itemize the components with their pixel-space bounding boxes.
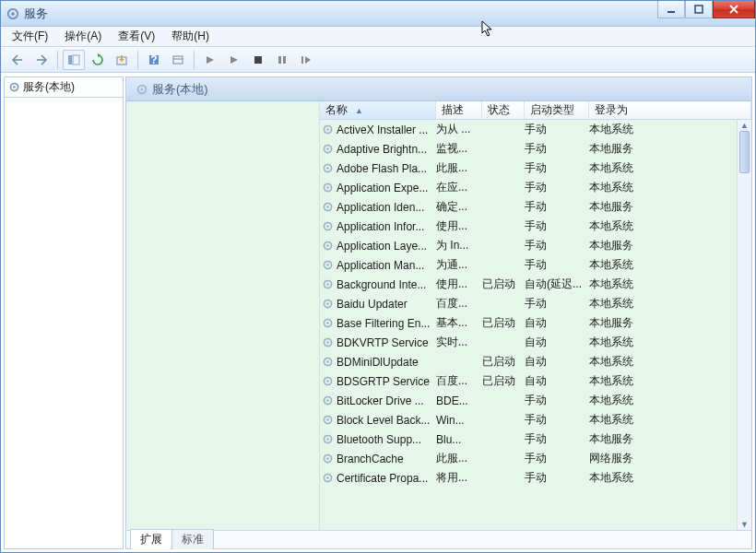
service-logon-as: 本地系统	[589, 393, 751, 408]
service-startup-type: 手动	[525, 257, 589, 273]
service-logon-as: 本地系统	[589, 160, 751, 176]
service-row[interactable]: Bluetooth Supp...Blu...手动本地服务	[320, 429, 751, 449]
menubar: 文件(F) 操作(A) 查看(V) 帮助(H)	[1, 27, 755, 47]
service-name: BranchCache	[337, 453, 436, 465]
gear-icon	[136, 83, 148, 96]
service-row[interactable]: Base Filtering En...基本...已启动自动本地服务	[320, 313, 751, 333]
help-button[interactable]: ?	[143, 50, 165, 70]
service-row[interactable]: Application Iden...确定...手动本地服务	[320, 197, 751, 217]
service-description: 为从 ...	[436, 122, 482, 137]
svg-point-26	[326, 186, 328, 188]
export-button[interactable]	[111, 50, 133, 70]
service-description: 此服...	[436, 160, 482, 176]
menu-file[interactable]: 文件(F)	[8, 27, 52, 46]
tree-node-label: 服务(本地)	[23, 79, 75, 95]
service-status: 已启动	[482, 276, 525, 292]
service-description: 使用...	[436, 218, 482, 234]
vertical-scrollbar[interactable]: ▲ ▼	[737, 120, 751, 530]
svg-rect-9	[173, 56, 183, 64]
right-header: 服务(本地)	[126, 77, 751, 101]
menu-action[interactable]: 操作(A)	[61, 27, 105, 46]
service-logon-as: 本地服务	[589, 315, 751, 331]
service-row[interactable]: Certificate Propa...将用...手动本地系统	[320, 468, 751, 488]
scroll-down-button[interactable]: ▼	[738, 519, 751, 530]
service-row[interactable]: BDSGRTP Service百度...已启动自动本地系统	[320, 371, 751, 391]
service-row[interactable]: Adaptive Brightn...监视...手动本地服务	[320, 139, 751, 159]
refresh-button[interactable]	[87, 50, 109, 70]
service-row[interactable]: ActiveX Installer ...为从 ...手动本地系统	[320, 120, 751, 139]
service-startup-type: 自动(延迟...	[525, 276, 589, 292]
maximize-button[interactable]	[685, 1, 713, 18]
close-button[interactable]	[713, 1, 755, 18]
service-row[interactable]: Block Level Back...Win...手动本地系统	[320, 410, 751, 429]
service-row[interactable]: Background Inte...使用...已启动自动(延迟...本地系统	[320, 275, 751, 294]
forward-button[interactable]	[30, 50, 53, 70]
show-hide-tree-button[interactable]	[63, 50, 85, 70]
service-logon-as: 本地系统	[589, 180, 751, 195]
titlebar[interactable]: 服务	[1, 1, 755, 27]
svg-point-38	[326, 302, 328, 304]
service-description: 基本...	[436, 315, 482, 331]
service-name: Application Laye...	[337, 240, 436, 253]
service-logon-as: 本地服务	[589, 141, 751, 157]
svg-point-18	[141, 88, 144, 90]
service-row[interactable]: BDMiniDlUpdate已启动自动本地系统	[320, 352, 751, 371]
service-description: 为 In...	[436, 238, 482, 253]
gear-icon	[322, 278, 334, 290]
column-name[interactable]: 名称▲	[320, 101, 436, 119]
service-description: BDE...	[436, 394, 482, 407]
pause-service-button[interactable]	[271, 50, 293, 70]
menu-help[interactable]: 帮助(H)	[168, 27, 213, 46]
gear-icon	[322, 453, 334, 465]
svg-point-20	[326, 128, 328, 130]
tab-extended[interactable]: 扩展	[130, 529, 172, 549]
menu-view[interactable]: 查看(V)	[114, 27, 159, 46]
right-pane: 服务(本地) 名称▲ 描述 状态 启动类型 登录为 ActiveX Instal…	[125, 76, 752, 549]
scroll-up-button[interactable]: ▲	[738, 120, 751, 131]
restart-service-button[interactable]	[295, 50, 317, 70]
service-row[interactable]: Application Man...为通...手动本地系统	[320, 255, 751, 275]
scrollbar-thumb[interactable]	[739, 131, 750, 173]
service-startup-type: 自动	[525, 354, 589, 370]
minimize-button[interactable]	[657, 1, 685, 18]
service-logon-as: 本地系统	[589, 122, 751, 137]
start-service-alt-button[interactable]	[223, 50, 245, 70]
service-status: 已启动	[482, 354, 525, 370]
service-row[interactable]: Application Expe...在应...手动本地系统	[320, 178, 751, 197]
service-row[interactable]: BDKVRTP Service实时...自动本地系统	[320, 333, 751, 352]
gear-icon	[8, 81, 20, 93]
start-service-button[interactable]	[199, 50, 221, 70]
service-row[interactable]: Adobe Flash Pla...此服...手动本地系统	[320, 159, 751, 178]
tree-node-services-local[interactable]: 服务(本地)	[5, 77, 123, 98]
service-name: Application Infor...	[337, 220, 436, 233]
properties-button[interactable]	[167, 50, 189, 70]
service-startup-type: 手动	[525, 160, 589, 176]
service-logon-as: 本地服务	[589, 431, 751, 447]
gear-icon	[322, 336, 334, 348]
service-row[interactable]: Baidu Updater百度...手动本地系统	[320, 294, 751, 313]
service-row[interactable]: BitLocker Drive ...BDE...手动本地系统	[320, 391, 751, 410]
back-button[interactable]	[6, 50, 29, 70]
service-startup-type: 手动	[525, 431, 589, 447]
service-name: Baidu Updater	[337, 298, 436, 311]
gear-icon	[322, 220, 334, 232]
tab-standard[interactable]: 标准	[171, 529, 214, 549]
svg-point-16	[13, 86, 15, 88]
service-startup-type: 自动	[525, 373, 589, 389]
service-name: Application Iden...	[337, 201, 436, 214]
svg-point-48	[326, 399, 328, 401]
service-startup-type: 手动	[525, 412, 589, 428]
service-startup-type: 手动	[525, 393, 589, 408]
service-name: Application Expe...	[337, 182, 436, 194]
service-description: 百度...	[436, 373, 482, 389]
service-row[interactable]: BranchCache此服...手动网络服务	[320, 449, 751, 468]
service-row[interactable]: Application Infor...使用...手动本地系统	[320, 217, 751, 236]
svg-point-40	[326, 322, 328, 324]
column-description[interactable]: 描述	[436, 101, 482, 119]
gear-icon	[322, 124, 334, 135]
column-status[interactable]: 状态	[482, 101, 525, 119]
stop-service-button[interactable]	[247, 50, 269, 70]
column-startup-type[interactable]: 启动类型	[525, 101, 589, 119]
service-row[interactable]: Application Laye...为 In...手动本地服务	[320, 236, 751, 255]
column-logon-as[interactable]: 登录为	[589, 101, 751, 119]
